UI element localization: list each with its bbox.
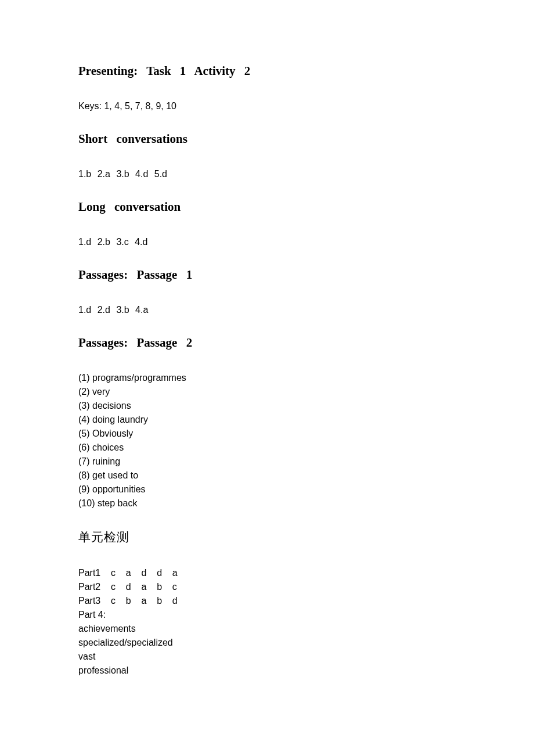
list-item: (3) decisions <box>78 399 456 413</box>
list-item: (10) step back <box>78 496 456 510</box>
list-item: (6) choices <box>78 441 456 455</box>
block-short-conversations: 1.b 2.a 3.b 4.d 5.d <box>78 167 456 181</box>
heading-unit-test: 单元检测 <box>78 529 456 545</box>
answers-passage-1: 1.d 2.d 3.b 4.a <box>78 303 456 317</box>
list-item: vast <box>78 650 456 664</box>
list-item: Part3 c b a b d <box>78 594 456 608</box>
list-item: achievements <box>78 622 456 636</box>
list-item: professional <box>78 664 456 678</box>
list-item: (2) very <box>78 385 456 399</box>
list-item: (7) ruining <box>78 455 456 469</box>
block-passage-2: (1) programs/programmes (2) very (3) dec… <box>78 371 456 510</box>
block-presenting: Keys: 1, 4, 5, 7, 8, 9, 10 <box>78 99 456 113</box>
heading-short-conversations: Short conversations <box>78 132 456 146</box>
block-long-conversation: 1.d 2.b 3.c 4.d <box>78 235 456 249</box>
list-item: Part 4: <box>78 608 456 622</box>
answers-short-conv: 1.b 2.a 3.b 4.d 5.d <box>78 167 456 181</box>
block-passage-1: 1.d 2.d 3.b 4.a <box>78 303 456 317</box>
keys-line: Keys: 1, 4, 5, 7, 8, 9, 10 <box>78 99 456 113</box>
list-item: (8) get used to <box>78 469 456 483</box>
heading-long-conversation: Long conversation <box>78 200 456 214</box>
block-unit-test: Part1 c a d d a Part2 c d a b c Part3 c … <box>78 566 456 678</box>
list-item: Part2 c d a b c <box>78 580 456 594</box>
list-item: specialized/specialized <box>78 636 456 650</box>
list-item: (1) programs/programmes <box>78 371 456 385</box>
heading-presenting: Presenting: Task 1 Activity 2 <box>78 64 456 78</box>
list-item: (5) Obviously <box>78 427 456 441</box>
list-item: Part1 c a d d a <box>78 566 456 580</box>
answers-long-conv: 1.d 2.b 3.c 4.d <box>78 235 456 249</box>
heading-passage-1: Passages: Passage 1 <box>78 268 456 282</box>
heading-passage-2: Passages: Passage 2 <box>78 336 456 350</box>
list-item: (9) opportunities <box>78 483 456 496</box>
document-page: Presenting: Task 1 Activity 2 Keys: 1, 4… <box>0 0 534 731</box>
list-item: (4) doing laundry <box>78 413 456 427</box>
